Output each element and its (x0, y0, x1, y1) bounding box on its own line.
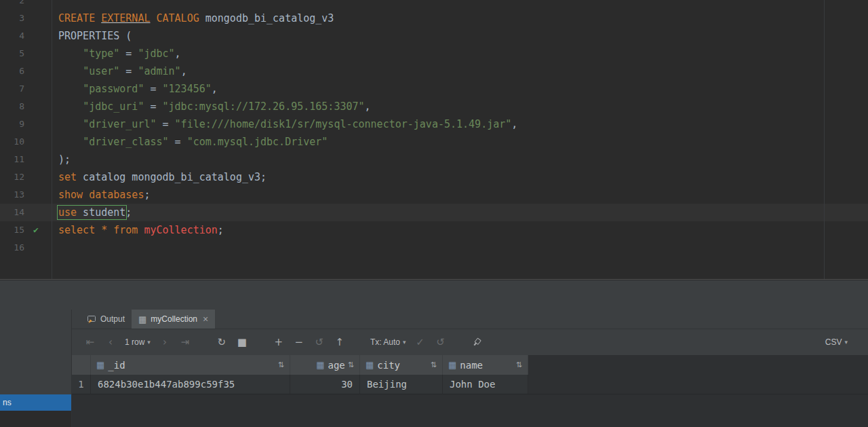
code-line[interactable]: 14use student; (0, 204, 868, 221)
code-token: use (58, 206, 77, 219)
code-token (58, 83, 83, 95)
column-header-content: ▦name (448, 360, 483, 371)
column-label: name (460, 360, 483, 371)
code-token: "driver_class" (83, 136, 168, 148)
table-row: 16824b30e1b447ab899c59f3530BeijingJohn D… (72, 375, 868, 394)
code-token (150, 12, 156, 24)
code-line[interactable]: 5 "type" = "jdbc", (0, 45, 868, 62)
code-text: set catalog mongodb_bi_catalog_v3; (52, 168, 267, 186)
code-text: "type" = "jdbc", (52, 45, 181, 62)
sort-icon[interactable]: ⇅ (516, 360, 522, 369)
column-header-_id[interactable]: ▦_id⇅ (91, 355, 290, 375)
code-text: use student; (52, 204, 132, 221)
code-line[interactable]: 9 "driver_url" = "file:///home/disk1/sr/… (0, 115, 868, 133)
code-line[interactable]: 15✔select * from myCollection; (0, 221, 868, 239)
editor-gutter: 7 (0, 80, 52, 98)
code-text: ); (52, 151, 71, 168)
first-row-icon[interactable]: ⇤ (82, 334, 98, 350)
next-page-icon[interactable]: › (157, 334, 173, 350)
code-line[interactable]: 8 "jdbc_uri" = "jdbc:mysql://172.26.95.1… (0, 98, 868, 115)
tab-label: myCollection (151, 314, 197, 324)
code-token: "admin" (138, 65, 180, 77)
code-line[interactable]: 3CREATE EXTERNAL CATALOG mongodb_bi_cata… (0, 10, 868, 27)
stop-icon[interactable]: ■ (234, 334, 250, 350)
right-margin-guide (824, 0, 825, 280)
code-text: "password" = "123456", (52, 80, 218, 98)
editor-gutter: 4 (0, 27, 52, 45)
cell-city[interactable]: Beijing (360, 375, 443, 394)
code-line[interactable]: 12set catalog mongodb_bi_catalog_v3; (0, 168, 868, 186)
csv-dropdown[interactable]: CSV ▾ (825, 337, 848, 347)
editor-gutter: 12 (0, 168, 52, 186)
code-token: CATALOG (157, 12, 199, 24)
page-size-dropdown-label: 1 row (125, 337, 144, 347)
cell-age[interactable]: 30 (290, 375, 360, 394)
delete-row-icon[interactable]: − (291, 334, 307, 350)
gutter-icon-slot (24, 27, 47, 45)
table-column-icon: ▦ (316, 360, 324, 370)
code-line[interactable]: 4PROPERTIES ( (0, 27, 868, 45)
sort-icon[interactable]: ⇅ (278, 360, 284, 369)
tx-mode-dropdown[interactable]: Tx: Auto▾ (370, 337, 406, 347)
tool-window-panel: ns Output▦myCollection× ⇤‹1 row▾›⇥↻■+−↺↑… (0, 280, 868, 427)
table-column-icon: ▦ (96, 360, 104, 370)
code-token: catalog mongodb_bi_catalog_v3; (77, 171, 267, 183)
row-number[interactable]: 1 (72, 375, 91, 394)
code-text (52, 0, 58, 10)
column-header-city[interactable]: ▦city⇅ (360, 355, 443, 375)
sort-icon[interactable]: ⇅ (431, 360, 437, 369)
code-line[interactable]: 16 (0, 239, 868, 257)
code-text: "jdbc_uri" = "jdbc:mysql://172.26.95.165… (52, 98, 371, 115)
reload-data-icon[interactable]: ↻ (214, 334, 230, 350)
code-line[interactable]: 6 "user" = "admin", (0, 62, 868, 80)
grid-toolbar: ⇤‹1 row▾›⇥↻■+−↺↑Tx: Auto▾✓↺ CSV ▾ (72, 329, 868, 355)
code-token: ; (218, 224, 224, 236)
submit-icon[interactable]: ↑ (332, 334, 348, 350)
page-size-dropdown[interactable]: 1 row▾ (125, 337, 151, 347)
code-token: "jdbc" (138, 48, 174, 60)
code-token: PROPERTIES ( (58, 30, 132, 42)
code-line[interactable]: 13show databases; (0, 186, 868, 204)
gutter-icon-slot (24, 62, 47, 80)
tool-window-main: Output▦myCollection× ⇤‹1 row▾›⇥↻■+−↺↑Tx:… (71, 310, 868, 427)
code-line[interactable]: 2 (0, 0, 868, 10)
column-label: age (328, 360, 344, 371)
code-token: ; (144, 189, 150, 201)
cell-name[interactable]: John Doe (443, 375, 528, 394)
previous-page-icon[interactable]: ‹ (102, 334, 119, 350)
cell-_id[interactable]: 6824b30e1b447ab899c59f35 (91, 375, 290, 394)
revert-changes-icon[interactable]: ↺ (311, 334, 328, 350)
code-text: CREATE EXTERNAL CATALOG mongodb_bi_catal… (52, 10, 334, 27)
column-header-age[interactable]: ▦age⇅ (290, 355, 360, 375)
tab-mycollection[interactable]: ▦myCollection× (132, 310, 215, 329)
column-header-name[interactable]: ▦name⇅ (443, 355, 528, 375)
line-number: 14 (0, 204, 24, 221)
rollback-icon[interactable]: ↺ (432, 334, 448, 350)
code-line[interactable]: 7 "password" = "123456", (0, 80, 868, 98)
code-line[interactable]: 10 "driver_class" = "com.mysql.jdbc.Driv… (0, 133, 868, 151)
tool-window-left-rail: ns (0, 310, 71, 427)
gutter-icon-slot (24, 186, 47, 204)
pin-icon[interactable] (469, 334, 485, 350)
code-text: select * from myCollection; (52, 221, 224, 239)
commit-icon[interactable]: ✓ (412, 334, 428, 350)
code-text: show databases; (52, 186, 150, 204)
chevron-down-icon: ▾ (403, 339, 406, 346)
tab-output[interactable]: Output (80, 310, 132, 329)
last-row-icon[interactable]: ⇥ (177, 334, 193, 350)
code-token (95, 12, 101, 24)
gutter-icon-slot (24, 204, 47, 221)
code-line[interactable]: 11); (0, 151, 868, 168)
code-token: mongodb_bi_catalog_v3 (199, 12, 334, 24)
gutter-icon-slot (24, 80, 47, 98)
column-label: _id (108, 360, 125, 371)
row-number-header (72, 355, 91, 375)
tool-window-button[interactable]: ns (0, 394, 71, 411)
sort-icon[interactable]: ⇅ (348, 360, 354, 369)
code-token: = (169, 136, 187, 148)
code-token: "driver_url" (83, 118, 156, 130)
close-tab-icon[interactable]: × (203, 314, 208, 324)
code-editor[interactable]: 23CREATE EXTERNAL CATALOG mongodb_bi_cat… (0, 0, 868, 280)
add-row-icon[interactable]: + (271, 334, 287, 350)
gutter-icon-slot (24, 98, 47, 115)
